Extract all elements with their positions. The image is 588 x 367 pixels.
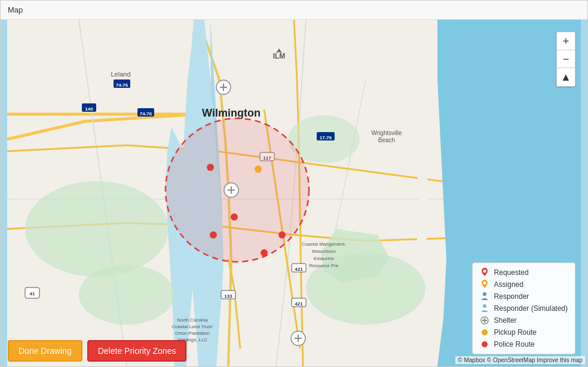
svg-point-65 <box>482 341 488 347</box>
legend-item-requested: Requested <box>480 268 568 277</box>
svg-text:421: 421 <box>295 301 303 307</box>
zoom-out-button[interactable]: − <box>557 50 575 68</box>
done-drawing-button[interactable]: Done Drawing <box>8 340 82 362</box>
svg-text:Coastal Land Trust:: Coastal Land Trust: <box>172 324 213 329</box>
svg-text:Resource Pre: Resource Pre <box>310 263 339 268</box>
legend-label-shelter: Shelter <box>494 316 517 325</box>
svg-point-6 <box>79 265 174 325</box>
svg-text:Coastal Mangement-: Coastal Mangement- <box>302 241 347 247</box>
svg-text:Wrightsville: Wrightsville <box>372 130 402 136</box>
svg-point-56 <box>255 166 262 173</box>
svg-point-54 <box>261 249 268 256</box>
legend: Requested Assigned Respo <box>472 262 575 354</box>
legend-label-requested: Requested <box>494 268 529 277</box>
legend-label-responder-simulated: Responder (Simulated) <box>494 304 568 313</box>
legend-item-pickup-route: Pickup Route <box>480 328 568 337</box>
svg-text:ILM: ILM <box>273 52 286 60</box>
svg-text:74-76: 74-76 <box>140 111 152 117</box>
svg-text:74-76: 74-76 <box>116 82 128 88</box>
responder-simulated-icon <box>480 304 489 313</box>
svg-point-57 <box>483 270 486 273</box>
svg-point-53 <box>210 231 217 238</box>
svg-point-55 <box>278 231 286 238</box>
svg-text:Orton Plantation: Orton Plantation <box>175 331 210 336</box>
reset-bearing-button[interactable]: ▲ <box>557 68 575 86</box>
svg-text:Wilmington: Wilmington <box>202 107 261 119</box>
svg-text:133: 133 <box>224 293 232 299</box>
svg-point-51 <box>207 164 214 171</box>
legend-item-shelter: Shelter <box>480 316 568 325</box>
svg-text:140: 140 <box>85 106 93 112</box>
map-container[interactable]: 140 74-76 74-76 17-76 117 421 421 133 41 <box>1 20 587 366</box>
zoom-controls: + − ▲ <box>556 32 575 87</box>
window-title: Map <box>8 5 23 14</box>
svg-text:North Carolina: North Carolina <box>177 317 208 323</box>
legend-label-assigned: Assigned <box>494 280 523 289</box>
legend-item-responder: Responder <box>480 292 568 301</box>
pickup-route-icon <box>480 328 489 337</box>
assigned-icon <box>480 280 489 289</box>
police-route-icon <box>480 340 489 349</box>
legend-label-responder: Responder <box>494 292 529 301</box>
zoom-in-button[interactable]: + <box>557 32 575 50</box>
svg-text:41: 41 <box>30 291 35 296</box>
shelter-icon <box>480 316 489 325</box>
svg-point-60 <box>483 304 486 308</box>
bottom-toolbar: Done Drawing Delete Priority Zones <box>8 340 186 362</box>
responder-icon <box>480 292 489 301</box>
svg-text:Beach: Beach <box>378 137 395 143</box>
legend-label-police-route: Police Route <box>494 340 535 348</box>
svg-text:Leland: Leland <box>111 71 130 78</box>
delete-priority-zones-button[interactable]: Delete Priority Zones <box>87 340 187 362</box>
svg-point-4 <box>25 181 169 277</box>
legend-item-police-route: Police Route <box>480 340 568 349</box>
legend-item-responder-simulated: Responder (Simulated) <box>480 304 568 313</box>
main-window: Map <box>0 0 588 367</box>
svg-point-59 <box>483 292 486 296</box>
legend-label-pickup-route: Pickup Route <box>494 328 537 337</box>
map-attribution: © Mapbox © OpenStreetMap Improve this ma… <box>455 356 585 364</box>
svg-point-64 <box>482 329 488 335</box>
svg-point-58 <box>483 282 486 285</box>
svg-text:421: 421 <box>295 267 303 272</box>
svg-text:17-76: 17-76 <box>320 135 332 140</box>
title-bar: Map <box>1 1 587 20</box>
requested-icon <box>480 268 489 277</box>
svg-point-52 <box>231 213 238 221</box>
svg-text:Masonboro: Masonboro <box>312 249 336 254</box>
legend-item-assigned: Assigned <box>480 280 568 289</box>
svg-text:Estaurine: Estaurine <box>314 256 334 261</box>
